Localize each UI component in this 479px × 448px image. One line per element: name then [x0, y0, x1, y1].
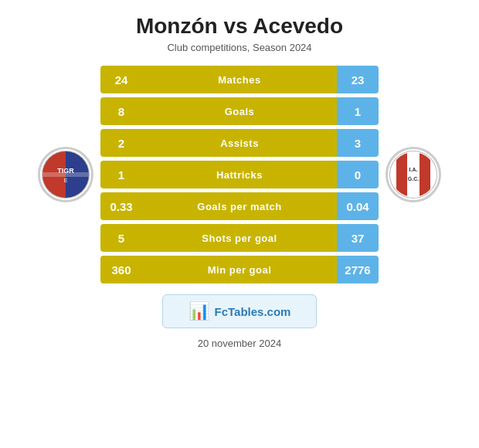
page-subtitle: Club competitions, Season 2024: [167, 42, 311, 53]
stat-left-value: 360: [100, 256, 142, 283]
stat-left-value: 0.33: [100, 192, 142, 220]
stat-right-value: 37: [337, 224, 379, 252]
page-title: Monzón vs Acevedo: [136, 14, 343, 39]
stat-right-value: 1: [337, 97, 379, 125]
fctables-text: FcTables.com: [215, 305, 291, 318]
stat-right-value: 0: [337, 161, 379, 188]
stat-right-value: 23: [337, 66, 379, 93]
stat-row: 2Assists3: [100, 129, 379, 157]
main-area: TIGR E 24Matches238Goals12Assists31Hattr…: [0, 66, 479, 283]
svg-rect-3: [42, 172, 89, 177]
stat-label: Matches: [142, 66, 337, 93]
stat-left-value: 8: [100, 97, 142, 125]
svg-text:E: E: [64, 178, 68, 183]
acevedo-logo: I.A. G.C.: [386, 147, 441, 202]
stat-label: Shots per goal: [142, 224, 337, 252]
stats-table: 24Matches238Goals12Assists31Hattricks00.…: [100, 66, 379, 283]
stat-row: 0.33Goals per match0.04: [100, 192, 379, 220]
page: Monzón vs Acevedo Club competitions, Sea…: [0, 0, 479, 448]
stat-right-value: 3: [337, 129, 379, 157]
stat-row: 360Min per goal2776: [100, 256, 379, 283]
stat-label: Hattricks: [142, 161, 337, 188]
svg-text:G.C.: G.C.: [408, 176, 419, 182]
stat-row: 1Hattricks0: [100, 161, 379, 188]
stat-label: Min per goal: [142, 256, 337, 283]
stat-row: 24Matches23: [100, 66, 379, 93]
stat-label: Goals: [142, 97, 337, 125]
svg-rect-7: [389, 150, 438, 199]
left-team-logo: TIGR E: [31, 147, 100, 202]
fctables-banner[interactable]: 📊 FcTables.com: [162, 294, 317, 328]
stat-label: Goals per match: [142, 192, 337, 220]
stat-row: 8Goals1: [100, 97, 379, 125]
stat-right-value: 2776: [337, 256, 379, 283]
svg-text:I.A.: I.A.: [409, 167, 418, 172]
stat-right-value: 0.04: [337, 192, 379, 220]
tigre-logo: TIGR E: [38, 147, 93, 202]
right-team-logo: I.A. G.C.: [379, 147, 448, 202]
fctables-icon: 📊: [189, 301, 209, 321]
stat-label: Assists: [142, 129, 337, 157]
stat-left-value: 24: [100, 66, 142, 93]
stat-row: 5Shots per goal37: [100, 224, 379, 252]
stat-left-value: 1: [100, 161, 142, 188]
footer-date: 20 november 2024: [198, 338, 281, 349]
stat-left-value: 2: [100, 129, 142, 157]
stat-left-value: 5: [100, 224, 142, 252]
